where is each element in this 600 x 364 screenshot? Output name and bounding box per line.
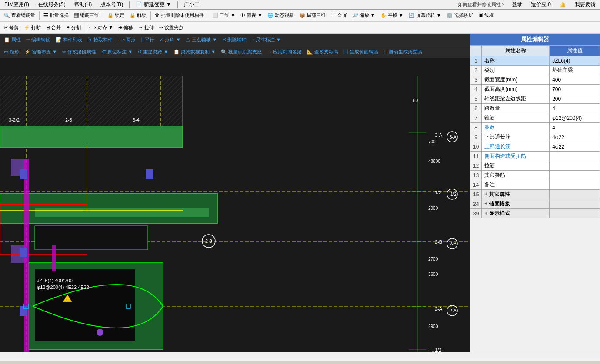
btn-rotate[interactable]: 🔄 屏幕旋转 ▼ [407,11,443,20]
btn-floor[interactable]: 🏢 选择楼层 [444,11,475,20]
svg-text:700: 700 [428,139,436,144]
svg-text:48600: 48600 [428,159,440,164]
svg-rect-34 [146,169,153,179]
btn-2d[interactable]: ⬜ 二维 ▼ [210,11,237,20]
sep1 [129,1,130,8]
col-name-header: 属性名称 [482,46,550,56]
menu-help[interactable]: 帮助(H) [72,0,95,9]
btn-break[interactable]: ⚡ 打断 [22,23,43,32]
svg-text:3-A: 3-A [450,135,457,139]
svg-text:2-3: 2-3 [65,117,72,122]
btn-side-rebar[interactable]: ▥ 生成侧面钢筋 [341,47,380,56]
col-value-header: 属性值 [550,46,600,56]
btn-merge[interactable]: ⊞ 合并 [44,23,63,32]
btn-apply-same[interactable]: → 应用到同名梁 [265,47,304,56]
table-row[interactable]: 13其它箍筋 [470,171,600,180]
btn-align[interactable]: ⟺ 对齐 ▼ [87,23,115,32]
table-row[interactable]: 12拉筋 [470,161,600,171]
btn-split[interactable]: ✦ 分割 [64,23,83,32]
topright-coins[interactable]: 造价豆:0 [528,0,553,9]
btn-two-points[interactable]: ⊸ 两点 [119,35,138,44]
btn-fullscreen[interactable]: ⛶ 全屏 [329,11,349,20]
btn-setpoint[interactable]: ⊹ 设置夹点 [157,23,186,32]
btn-point-angle[interactable]: ∠ 点角 ▼ [157,35,183,44]
btn-auto-arch[interactable]: ⊏ 自动生成架立筋 [381,47,424,56]
svg-text:3-4: 3-4 [133,117,140,122]
svg-rect-31 [20,169,27,179]
svg-rect-3 [0,76,183,128]
btn-copy-data[interactable]: 📋 梁跨数据复制 ▼ [171,47,218,56]
btn-wireframe[interactable]: ▣ 线框 [476,11,496,20]
main-area: 📋 属性 ✏ 编辑钢筋 📝 构件列表 🖱 拾取构件 ⊸ 两点 ∥ 平行 ∠ 点角… [0,34,600,352]
table-row[interactable]: 14备注 [470,180,600,190]
table-row[interactable]: 39+显示样式 [470,209,600,218]
btn-3point-axis[interactable]: △ 三点辅轴 ▼ [183,35,219,44]
table-row[interactable]: 24+锚固搭接 [470,199,600,209]
table-row[interactable]: 8肢数4 [470,123,600,132]
topright-login[interactable]: 登录 [509,0,525,9]
table-row[interactable]: 10上部通长筋4φ22 [470,142,600,152]
btn-lock[interactable]: 🔒 锁定 [105,11,127,20]
btn-rebar-3d[interactable]: ▦ 钢筋三维 [72,11,101,20]
btn-pick-component[interactable]: 🖱 拾取构件 [85,35,115,44]
table-row[interactable]: 2类别基础主梁 [470,66,600,75]
topright-help[interactable]: 如何查看并修改属性？ [458,1,506,8]
btn-trim[interactable]: ✂ 修剪 [2,23,21,32]
svg-rect-20 [35,226,148,250]
btn-check-rebar[interactable]: 🔍 查看钢筋量 [2,11,37,20]
table-row[interactable]: 9下部通长筋4φ22 [470,132,600,142]
topright-feedback[interactable]: 我要反馈 [572,0,598,9]
btn-edit-rebar[interactable]: ✏ 编辑钢筋 [24,35,53,44]
menu-user[interactable]: 广小二 [181,0,202,9]
table-row[interactable]: 7箍筋φ12@200(4) [470,113,600,123]
svg-text:3-A: 3-A [435,132,443,138]
btn-dynamic[interactable]: 🌐 动态观察 [265,11,296,20]
btn-batch-select[interactable]: ☰ 批量选择 [41,11,71,20]
btn-parallel[interactable]: ∥ 平行 [139,35,157,44]
svg-text:JZL6(4) 400*700: JZL6(4) 400*700 [37,278,73,283]
btn-stretch[interactable]: ↔ 拉伸 [136,23,156,32]
btn-offset[interactable]: ⇥ 偏移 [116,23,135,32]
btn-in-place-label[interactable]: 🏷 原位标注 ▼ [99,47,135,56]
menu-online[interactable]: 在线服务(S) [35,0,68,9]
btn-rect[interactable]: ▭ 矩形 [2,47,21,56]
btn-pan[interactable]: ✋ 平移 ▼ [378,11,406,20]
svg-text:2-3: 2-3 [205,238,212,244]
btn-zoom[interactable]: 🔎 缩放 ▼ [350,11,377,20]
prop-panel-title: 属性编辑器 [470,34,600,45]
btn-modify-segment[interactable]: ✏ 修改梁段属性 [60,47,98,56]
menu-version[interactable]: 版本号(B) [98,0,126,9]
svg-rect-33 [20,306,27,316]
btn-unlock[interactable]: 🔓 解锁 [127,11,149,20]
table-row[interactable]: 1名称JZL6(4) [470,56,600,66]
table-row[interactable]: 4截面高度(mm)700 [470,85,600,94]
btn-topview[interactable]: 👁 俯视 ▼ [238,11,264,20]
toolbar-props: 📋 属性 ✏ 编辑钢筋 📝 构件列表 🖱 拾取构件 ⊸ 两点 ∥ 平行 ∠ 点角… [0,34,470,46]
btn-del-axis[interactable]: ✕ 删除辅轴 [220,35,249,44]
table-row[interactable]: 5轴线距梁左边线距200 [470,94,600,104]
svg-text:2-A: 2-A [450,308,457,313]
svg-text:1/2: 1/2 [435,190,441,195]
col-num [470,46,482,56]
table-row[interactable]: 15+其它属性 [470,190,600,199]
statusbar [0,352,600,361]
btn-component-list[interactable]: 📝 构件列表 [53,35,84,44]
svg-rect-11 [0,126,183,148]
table-row[interactable]: 6跨数量4 [470,104,600,113]
btn-reextract[interactable]: ↺ 重提梁跨 ▼ [136,47,170,56]
btn-batch-delete[interactable]: 🗑 批量删除未使用构件 [153,11,206,20]
btn-local3d[interactable]: 📦 局部三维 [297,11,328,20]
table-row[interactable]: 3截面宽度(mm)400 [470,75,600,85]
menu-bim[interactable]: BIM应用(I) [2,0,32,9]
btn-check-elev[interactable]: 📐 查改支标高 [305,47,340,56]
menu-new-change[interactable]: 📄 新建变更 ▼ [133,0,174,9]
canvas-area[interactable]: 📋 属性 ✏ 编辑钢筋 📝 构件列表 🖱 拾取构件 ⊸ 两点 ∥ 平行 ∠ 点角… [0,34,470,352]
cad-drawing[interactable]: JZL6(4) 400*700 φ12@200(4) 4E22.4E22 ! 7… [0,58,470,352]
btn-batch-identify[interactable]: 🔍 批量识别梁支座 [219,47,264,56]
properties-panel: 属性编辑器 属性名称 属性值 1名称JZL6(4)2类别基础主梁3截面宽度(mm… [470,34,600,352]
btn-properties[interactable]: 📋 属性 [2,35,23,44]
topright-bell[interactable]: 🔔 [557,1,569,9]
table-row[interactable]: 11侧面构造或受扭筋 [470,152,600,161]
btn-smart-layout[interactable]: ⚡ 智能布置 ▼ [22,47,59,56]
btn-dim-label[interactable]: ↕ 尺寸标注 ▼ [250,35,283,44]
